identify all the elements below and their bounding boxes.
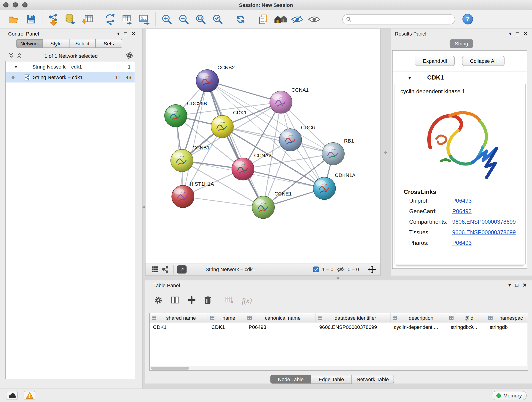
cell-canonical-name[interactable]: P06493 <box>245 324 316 330</box>
network-row[interactable]: String Network – cdk1 11 48 <box>6 72 135 83</box>
network-edge[interactable] <box>243 169 324 188</box>
pan-mode-button[interactable] <box>368 265 376 274</box>
maximize-panel-icon[interactable]: □ <box>515 282 518 287</box>
network-canvas[interactable]: CCNB2CCNA1CDC25BCDK1CDC6RB1CCNB1CCNA2CDK… <box>145 28 381 263</box>
import-table-button[interactable] <box>79 12 96 27</box>
left-splitter-handle[interactable] <box>143 206 145 208</box>
network-node-ccna1[interactable]: CCNA1 <box>270 87 309 114</box>
delete-table-button[interactable] <box>225 296 234 306</box>
network-node-cdk1[interactable]: CDK1 <box>211 110 247 138</box>
cell-namespac[interactable]: stringdb <box>486 324 528 330</box>
crosslink-url[interactable]: P06493 <box>452 198 472 204</box>
float-panel-icon[interactable]: ▾ <box>508 282 511 287</box>
cell-id[interactable]: stringdb:9... <box>447 324 486 330</box>
network-edge[interactable] <box>183 81 207 196</box>
right-splitter-handle[interactable] <box>385 151 387 153</box>
birds-eye-view-button[interactable] <box>150 264 160 274</box>
collection-expand-icon[interactable]: ▼ <box>14 64 19 69</box>
table-row[interactable]: CDK1CDK1P064939606.ENSP00000378699cyclin… <box>150 322 528 332</box>
search-field[interactable] <box>342 14 455 24</box>
column-header-description[interactable]: description <box>390 313 447 322</box>
close-panel-icon[interactable]: × <box>132 31 135 36</box>
scrollbar-thumb[interactable] <box>151 367 189 370</box>
expand-all-button[interactable]: Expand All <box>415 56 455 66</box>
horizontal-scrollbar[interactable] <box>396 265 524 266</box>
table-tab-node-table[interactable]: Node Table <box>270 375 311 383</box>
network-node-ccnb2[interactable]: CCNB2 <box>196 65 235 92</box>
table-tab-edge-table[interactable]: Edge Table <box>311 375 352 383</box>
copy-document-button[interactable] <box>255 12 272 27</box>
create-column-button[interactable] <box>188 296 196 305</box>
zoom-fit-button[interactable] <box>192 12 209 27</box>
column-header-namespac[interactable]: namespac <box>486 313 528 322</box>
collapse-section-icon[interactable]: ▼ <box>408 75 412 80</box>
cell-description[interactable]: cyclin-dependent ... <box>390 324 447 330</box>
network-edge[interactable] <box>207 81 281 102</box>
table-tab-network-table[interactable]: Network Table <box>352 375 394 383</box>
column-header-canonical-name[interactable]: canonical name <box>245 313 316 322</box>
close-window-button[interactable] <box>3 2 8 7</box>
crosslink-url[interactable]: 9606.ENSP00000378699 <box>452 219 516 225</box>
selected-checkbox-icon[interactable] <box>313 266 319 272</box>
network-node-ccnb1[interactable]: CCNB1 <box>171 145 210 172</box>
cell-name[interactable]: CDK1 <box>208 324 245 330</box>
network-edge[interactable] <box>207 81 263 207</box>
warnings-button[interactable] <box>24 391 35 400</box>
minimize-window-button[interactable] <box>13 2 18 7</box>
close-panel-icon[interactable]: × <box>524 31 527 36</box>
show-graphics-details-button[interactable] <box>306 12 323 27</box>
save-session-button[interactable] <box>22 12 39 27</box>
maximize-panel-icon[interactable]: □ <box>516 31 519 36</box>
close-panel-icon[interactable]: × <box>523 282 526 287</box>
gene-section-header[interactable]: ▼ CDK1 <box>393 71 527 83</box>
cell-database-identifier[interactable]: 9606.ENSP00000378699 <box>316 324 391 330</box>
bottom-splitter-handle[interactable] <box>336 277 339 279</box>
network-node-cdc6[interactable]: CDC6 <box>279 125 315 151</box>
zoom-window-button[interactable] <box>22 2 27 7</box>
network-node-cdkn1a[interactable]: CDKN1A <box>313 172 355 200</box>
import-network-from-database-button[interactable] <box>62 12 79 27</box>
maximize-panel-icon[interactable]: □ <box>124 31 127 36</box>
import-network-from-file-button[interactable] <box>45 12 62 27</box>
zoom-selected-button[interactable] <box>209 12 226 27</box>
open-in-new-window-button[interactable]: ↗ <box>177 265 186 274</box>
export-table-button[interactable] <box>119 12 136 27</box>
refresh-view-button[interactable] <box>232 12 249 27</box>
table-options-button[interactable] <box>154 296 162 306</box>
collapse-all-button[interactable]: Collapse All <box>462 56 504 66</box>
network-node-rb1[interactable]: RB1 <box>322 138 354 165</box>
cloud-status-button[interactable] <box>6 391 18 400</box>
network-options-button[interactable] <box>126 51 133 61</box>
control-tab-network[interactable]: Network <box>16 39 43 48</box>
control-tab-style[interactable]: Style <box>43 39 70 48</box>
hidden-eye-slash-icon[interactable] <box>336 266 345 273</box>
crosslink-url[interactable]: P06493 <box>452 208 472 215</box>
zoom-out-button[interactable] <box>176 12 192 27</box>
export-image-button[interactable] <box>136 12 152 27</box>
column-header-id[interactable]: @id <box>447 313 486 322</box>
column-header-shared-name[interactable]: shared name <box>150 313 208 322</box>
open-session-button[interactable] <box>6 12 22 27</box>
float-panel-icon[interactable]: ▾ <box>117 31 120 36</box>
network-edge[interactable] <box>183 196 263 207</box>
column-header-database-identifier[interactable]: database identifier <box>316 313 391 322</box>
table-horizontal-scrollbar[interactable] <box>150 366 528 370</box>
home-button[interactable] <box>272 12 289 27</box>
network-collection-row[interactable]: ▼ String Network – cdk1 1 <box>6 61 135 72</box>
float-panel-icon[interactable]: ▾ <box>509 31 512 36</box>
search-input[interactable] <box>354 16 451 22</box>
help-button[interactable]: ? <box>462 14 473 25</box>
delete-column-button[interactable] <box>204 296 212 306</box>
tab-string[interactable]: String <box>450 39 473 48</box>
crosslink-url[interactable]: 9606.ENSP00000378699 <box>452 229 516 236</box>
network-node-hist1h1a[interactable]: HIST1H1A <box>172 181 214 208</box>
control-tab-sets[interactable]: Sets <box>96 39 122 48</box>
memory-button[interactable]: Memory <box>492 391 527 400</box>
control-tab-select[interactable]: Select <box>70 39 96 48</box>
show-columns-button[interactable] <box>171 296 180 305</box>
zoom-in-button[interactable] <box>158 12 176 27</box>
new-network-from-selection-button[interactable] <box>102 12 119 27</box>
crosslink-url[interactable]: P06493 <box>452 240 472 246</box>
column-header-name[interactable]: name <box>208 313 245 322</box>
network-share-button[interactable] <box>160 264 170 274</box>
